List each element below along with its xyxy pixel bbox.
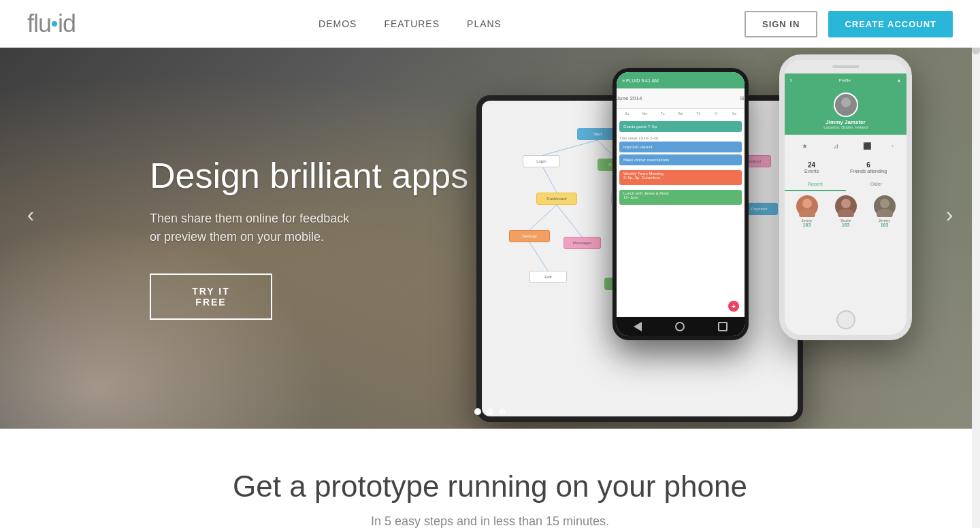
logo-text: fluid xyxy=(27,10,76,38)
hero-content: Design brilliant apps Then share them on… xyxy=(0,0,980,429)
signin-button[interactable]: SIGN IN xyxy=(745,11,817,37)
nav-features[interactable]: FEATURES xyxy=(384,18,440,29)
carousel-dot-3[interactable] xyxy=(499,408,506,415)
carousel-dot-2[interactable] xyxy=(487,408,493,415)
try-free-button[interactable]: TRY IT FREE xyxy=(150,274,272,320)
main-nav: DEMOS FEATURES PLANS xyxy=(318,18,502,29)
logo[interactable]: fluid xyxy=(27,10,76,38)
below-hero-subtitle: In 5 easy steps and in less than 15 minu… xyxy=(0,514,980,528)
create-account-button[interactable]: CREATE ACCOUNT xyxy=(828,11,953,37)
hero-title: Design brilliant apps xyxy=(150,156,980,195)
carousel-dots xyxy=(474,408,506,415)
scrollbar[interactable] xyxy=(972,0,980,528)
nav-actions: SIGN IN CREATE ACCOUNT xyxy=(745,11,953,37)
header: fluid DEMOS FEATURES PLANS SIGN IN CREAT… xyxy=(0,0,980,48)
below-hero-section: Get a prototype running on your phone In… xyxy=(0,429,980,528)
carousel-prev-button[interactable]: ‹ xyxy=(14,197,48,231)
below-hero-title: Get a prototype running on your phone xyxy=(0,469,980,504)
hero-subtitle: Then share them online for feedback or p… xyxy=(150,210,980,246)
logo-dot-icon xyxy=(52,21,57,27)
carousel-dot-1[interactable] xyxy=(474,408,481,415)
nav-demos[interactable]: DEMOS xyxy=(318,18,357,29)
nav-plans[interactable]: PLANS xyxy=(467,18,502,29)
carousel-next-button[interactable]: › xyxy=(932,197,966,231)
hero-section: ‹ Design brilliant apps Then share them … xyxy=(0,0,980,429)
